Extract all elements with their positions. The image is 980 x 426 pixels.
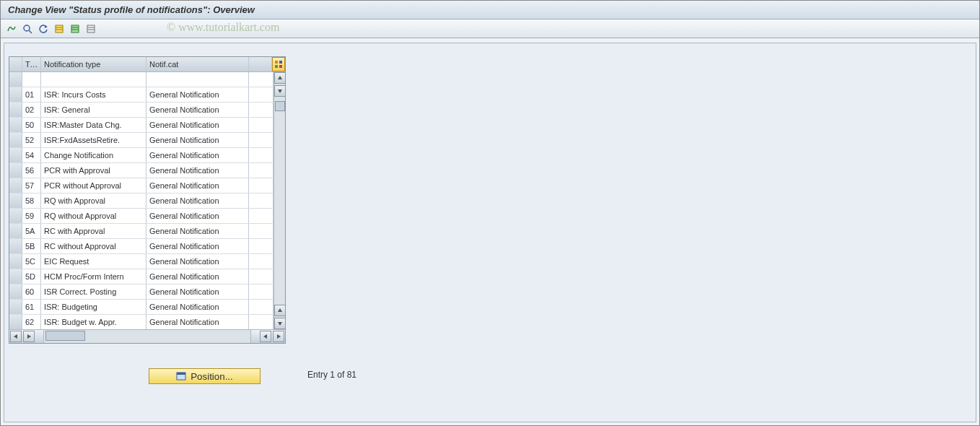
cell-notification-type[interactable]: ISR:FxdAssetsRetire.	[41, 133, 146, 147]
scroll-down-button-bottom[interactable]	[274, 318, 285, 329]
cell-typ[interactable]: 56	[22, 163, 41, 178]
row-selector[interactable]	[9, 163, 22, 178]
cell-notification-type[interactable]: ISR: Incurs Costs	[41, 87, 146, 102]
find-icon[interactable]	[21, 22, 34, 35]
cell-notif-cat[interactable]: General Notification	[146, 300, 249, 314]
cell-typ[interactable]: 60	[22, 284, 41, 299]
row-selector[interactable]	[9, 254, 22, 269]
row-selector[interactable]	[9, 284, 22, 299]
cell-typ[interactable]: 59	[22, 209, 41, 223]
row-selector[interactable]	[9, 178, 22, 193]
table-row[interactable]: 61ISR: BudgetingGeneral Notification	[9, 300, 274, 315]
row-selector[interactable]	[9, 103, 22, 117]
cell-typ[interactable]: 01	[22, 87, 41, 102]
cell-typ[interactable]: 5A	[22, 224, 41, 238]
row-selector[interactable]	[9, 133, 22, 147]
row-selector[interactable]	[9, 224, 22, 238]
table-row[interactable]: 57PCR without ApprovalGeneral Notificati…	[9, 178, 274, 194]
row-selector[interactable]	[9, 239, 22, 253]
cell-typ[interactable]: 57	[22, 178, 41, 193]
table-row[interactable]: 54Change NotificationGeneral Notificatio…	[9, 148, 274, 163]
row-selector[interactable]	[9, 87, 22, 102]
position-button[interactable]: Position...	[149, 368, 261, 384]
scroll-thumb[interactable]	[275, 101, 285, 111]
cell-notification-type[interactable]: PCR with Approval	[41, 163, 146, 178]
row-selector[interactable]	[9, 194, 22, 208]
cell-notif-cat[interactable]: General Notification	[146, 224, 249, 238]
select-all-icon[interactable]	[53, 22, 66, 35]
cell-notification-type[interactable]: RC without Approval	[41, 239, 146, 253]
scroll-up-button[interactable]	[274, 72, 285, 84]
cell-typ[interactable]: 5D	[22, 269, 41, 284]
row-selector[interactable]	[9, 315, 22, 329]
row-selector[interactable]	[9, 209, 22, 223]
other-view-icon[interactable]	[5, 22, 18, 35]
cell-notification-type[interactable]: ISR: Budget w. Appr.	[41, 315, 146, 329]
table-row[interactable]: 5ARC with ApprovalGeneral Notification	[9, 224, 274, 239]
cell-notif-cat[interactable]: General Notification	[146, 163, 249, 178]
cell-notification-type[interactable]: HCM Proc/Form Intern	[41, 269, 146, 284]
table-row[interactable]: 58RQ with ApprovalGeneral Notification	[9, 194, 274, 209]
cell-notification-type[interactable]	[41, 72, 146, 87]
cell-notification-type[interactable]: RQ without Approval	[41, 209, 146, 223]
table-row[interactable]: 50ISR:Master Data Chg.General Notificati…	[9, 118, 274, 133]
cell-typ[interactable]: 61	[22, 300, 41, 314]
cell-notif-cat[interactable]	[146, 72, 249, 87]
cell-notification-type[interactable]: RC with Approval	[41, 224, 146, 238]
table-row[interactable]: 56PCR with ApprovalGeneral Notification	[9, 163, 274, 178]
cell-notif-cat[interactable]: General Notification	[146, 284, 249, 299]
cell-typ[interactable]: 62	[22, 315, 41, 329]
cell-notif-cat[interactable]: General Notification	[146, 315, 249, 329]
table-row[interactable]: 62ISR: Budget w. Appr.General Notificati…	[9, 315, 274, 329]
scroll-right-button[interactable]	[23, 331, 35, 342]
cell-notif-cat[interactable]: General Notification	[146, 254, 249, 269]
undo-icon[interactable]	[37, 22, 50, 35]
hscroll-track[interactable]	[44, 330, 250, 343]
scroll-left-end-button[interactable]	[260, 331, 271, 342]
table-row[interactable]: 52ISR:FxdAssetsRetire.General Notificati…	[9, 133, 274, 148]
table-row[interactable]: 5CEIC RequestGeneral Notification	[9, 254, 274, 269]
cell-typ[interactable]	[22, 72, 41, 87]
table-row[interactable]	[9, 72, 274, 87]
table-row[interactable]: 59RQ without ApprovalGeneral Notificatio…	[9, 209, 274, 224]
cell-notif-cat[interactable]: General Notification	[146, 148, 249, 162]
scroll-left-button[interactable]	[10, 331, 22, 342]
cell-typ[interactable]: 54	[22, 148, 41, 162]
table-row[interactable]: 5DHCM Proc/Form InternGeneral Notificati…	[9, 269, 274, 284]
table-row[interactable]: 01ISR: Incurs CostsGeneral Notification	[9, 87, 274, 103]
column-header-notif-cat[interactable]: Notif.cat	[146, 57, 249, 71]
cell-notif-cat[interactable]: General Notification	[146, 103, 249, 117]
cell-notification-type[interactable]: ISR Correct. Posting	[41, 284, 146, 299]
row-selector[interactable]	[9, 300, 22, 314]
cell-notification-type[interactable]: ISR:Master Data Chg.	[41, 118, 146, 132]
hscroll-thumb[interactable]	[45, 331, 85, 341]
cell-typ[interactable]: 58	[22, 194, 41, 208]
cell-notification-type[interactable]: Change Notification	[41, 148, 146, 162]
deselect-all-icon[interactable]	[84, 22, 97, 35]
cell-notification-type[interactable]: ISR: Budgeting	[41, 300, 146, 314]
row-selector[interactable]	[9, 269, 22, 284]
scroll-right-end-button[interactable]	[273, 331, 284, 342]
cell-typ[interactable]: 5B	[22, 239, 41, 253]
row-selector[interactable]	[9, 148, 22, 162]
scroll-up-button-bottom[interactable]	[274, 305, 285, 316]
cell-notification-type[interactable]: PCR without Approval	[41, 178, 146, 193]
cell-typ[interactable]: 52	[22, 133, 41, 147]
table-row[interactable]: 60ISR Correct. PostingGeneral Notificati…	[9, 284, 274, 300]
column-header-selector[interactable]	[9, 57, 22, 71]
cell-notif-cat[interactable]: General Notification	[146, 194, 249, 208]
cell-notif-cat[interactable]: General Notification	[146, 178, 249, 193]
horizontal-scrollbar[interactable]	[9, 329, 285, 343]
table-row[interactable]: 5BRC without ApprovalGeneral Notificatio…	[9, 239, 274, 254]
cell-notif-cat[interactable]: General Notification	[146, 239, 249, 253]
cell-notif-cat[interactable]: General Notification	[146, 269, 249, 284]
cell-notif-cat[interactable]: General Notification	[146, 209, 249, 223]
row-selector[interactable]	[9, 72, 22, 87]
scroll-down-button[interactable]	[274, 85, 285, 97]
column-header-typ[interactable]: Typ	[22, 57, 41, 71]
cell-typ[interactable]: 50	[22, 118, 41, 132]
cell-typ[interactable]: 02	[22, 103, 41, 117]
cell-notification-type[interactable]: RQ with Approval	[41, 194, 146, 208]
cell-notif-cat[interactable]: General Notification	[146, 133, 249, 147]
cell-notif-cat[interactable]: General Notification	[146, 87, 249, 102]
